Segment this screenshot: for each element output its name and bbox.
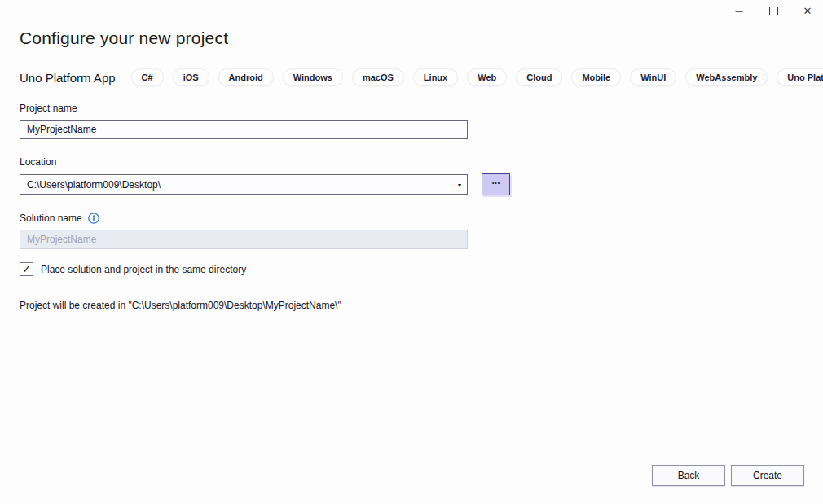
close-icon: ✕ [803, 6, 812, 16]
close-button[interactable]: ✕ [802, 5, 813, 16]
template-tag: WinUI [631, 69, 676, 85]
solution-name-label-row: Solution name [20, 213, 823, 224]
solution-name-label: Solution name [20, 213, 82, 224]
footer-buttons: Back Create [652, 465, 804, 486]
browse-button[interactable]: ... [482, 173, 510, 195]
checkmark-icon: ✓ [22, 264, 31, 274]
template-tag: C# [132, 69, 163, 85]
template-tag-list: C# iOS Android Windows macOS Linux Web C… [132, 69, 823, 85]
creation-path-summary: Project will be created in "C:\Users\pla… [20, 300, 823, 311]
maximize-icon [769, 7, 778, 15]
template-tag: iOS [174, 69, 209, 85]
location-input[interactable] [20, 174, 468, 195]
title-bar: ─ ✕ [0, 0, 823, 21]
location-row: ▾ ... [20, 173, 823, 195]
solution-name-input[interactable] [20, 230, 468, 249]
template-name: Uno Platform App [20, 71, 116, 85]
configure-project-dialog: ─ ✕ Configure your new project Uno Platf… [0, 0, 823, 504]
same-directory-label: Place solution and project in the same d… [41, 264, 246, 275]
template-tag: Android [219, 69, 273, 85]
template-tag: Mobile [572, 69, 620, 85]
project-name-label: Project name [20, 103, 823, 114]
location-combobox: ▾ [20, 174, 468, 195]
template-tag: macOS [353, 69, 403, 85]
checkbox-checked-icon[interactable]: ✓ [20, 262, 33, 276]
template-tag: Uno Platform [777, 69, 823, 85]
info-icon[interactable] [88, 213, 99, 224]
minimize-icon: ─ [735, 6, 742, 16]
template-tag: Windows [284, 69, 342, 85]
project-name-input[interactable] [20, 120, 468, 139]
location-label: Location [20, 156, 823, 168]
same-directory-checkbox-row[interactable]: ✓ Place solution and project in the same… [20, 262, 823, 276]
project-config-form: Project name Location ▾ ... Solution nam… [20, 103, 823, 311]
template-tag: WebAssembly [686, 69, 767, 85]
template-tag: Web [468, 69, 506, 85]
chevron-down-icon[interactable]: ▾ [458, 181, 461, 188]
template-header: Uno Platform App C# iOS Android Windows … [20, 69, 803, 85]
template-tag: Cloud [517, 69, 561, 85]
template-tag: Linux [414, 69, 457, 85]
back-button[interactable]: Back [652, 465, 725, 486]
page-title: Configure your new project [20, 28, 823, 48]
minimize-button[interactable]: ─ [733, 5, 745, 16]
create-button[interactable]: Create [731, 465, 804, 486]
maximize-button[interactable] [768, 5, 779, 16]
